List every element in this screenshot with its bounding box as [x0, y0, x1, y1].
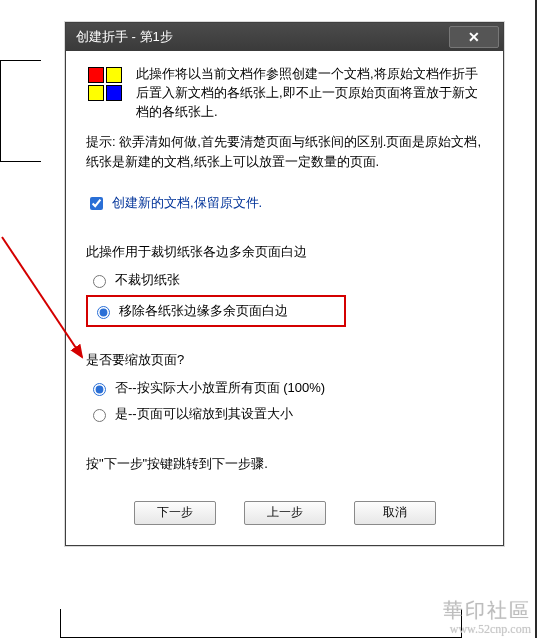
trim-option-yes[interactable]: 移除各纸张边缘多余页面白边 — [92, 300, 340, 322]
close-icon: ✕ — [468, 30, 480, 44]
create-new-doc-checkbox[interactable]: 创建新的文档,保留原文件. — [86, 194, 483, 213]
next-step-hint: 按"下一步"按键跳转到下一步骤. — [86, 455, 483, 473]
dialog-content: 此操作将以当前文档作参照创建一个文档,将原始文档作折手后置入新文档的各纸张上,即… — [66, 51, 503, 545]
scale-section-label: 是否要缩放页面? — [86, 351, 483, 369]
trim-label-yes: 移除各纸张边缘多余页面白边 — [119, 302, 288, 320]
trim-section-label: 此操作用于裁切纸张各边多余页面白边 — [86, 243, 483, 261]
scale-group: 是否要缩放页面? 否--按实际大小放置所有页面 (100%) 是--页面可以缩放… — [86, 351, 483, 427]
background-window-bottom — [60, 609, 462, 638]
dialog-title: 创建折手 - 第1步 — [76, 28, 173, 46]
next-button[interactable]: 下一步 — [134, 501, 216, 525]
create-imposition-dialog: 创建折手 - 第1步 ✕ 此操作将以当前文档作参照创建一个文档,将原始文档作折手… — [65, 22, 504, 546]
scale-label-yes: 是--页面可以缩放到其设置大小 — [115, 405, 293, 423]
annotation-highlight: 移除各纸张边缘多余页面白边 — [86, 295, 346, 327]
prev-button[interactable]: 上一步 — [244, 501, 326, 525]
intro-text: 此操作将以当前文档作参照创建一个文档,将原始文档作折手后置入新文档的各纸张上,即… — [136, 65, 483, 122]
tip-text: 提示: 欲弄清如何做,首先要清楚页面与纸张间的区别.页面是原始文档,纸张是新建的… — [86, 132, 483, 172]
scale-radio-yes[interactable] — [93, 409, 106, 422]
scale-label-no: 否--按实际大小放置所有页面 (100%) — [115, 379, 325, 397]
scale-radio-no[interactable] — [93, 383, 106, 396]
cancel-button[interactable]: 取消 — [354, 501, 436, 525]
imposition-icon — [86, 65, 126, 105]
background-window-left — [0, 60, 41, 162]
trim-label-no: 不裁切纸张 — [115, 271, 180, 289]
create-new-doc-label: 创建新的文档,保留原文件. — [112, 194, 262, 212]
titlebar: 创建折手 - 第1步 ✕ — [66, 23, 503, 51]
trim-radio-yes[interactable] — [97, 306, 110, 319]
dialog-buttons: 下一步 上一步 取消 — [86, 495, 483, 529]
scale-option-no[interactable]: 否--按实际大小放置所有页面 (100%) — [86, 375, 483, 401]
intro-block: 此操作将以当前文档作参照创建一个文档,将原始文档作折手后置入新文档的各纸张上,即… — [86, 65, 483, 122]
create-new-doc-input[interactable] — [90, 197, 103, 210]
close-button[interactable]: ✕ — [449, 26, 499, 48]
trim-option-no[interactable]: 不裁切纸张 — [86, 267, 483, 293]
trim-radio-no[interactable] — [93, 275, 106, 288]
scale-option-yes[interactable]: 是--页面可以缩放到其设置大小 — [86, 401, 483, 427]
trim-group: 此操作用于裁切纸张各边多余页面白边 不裁切纸张 移除各纸张边缘多余页面白边 — [86, 243, 483, 327]
